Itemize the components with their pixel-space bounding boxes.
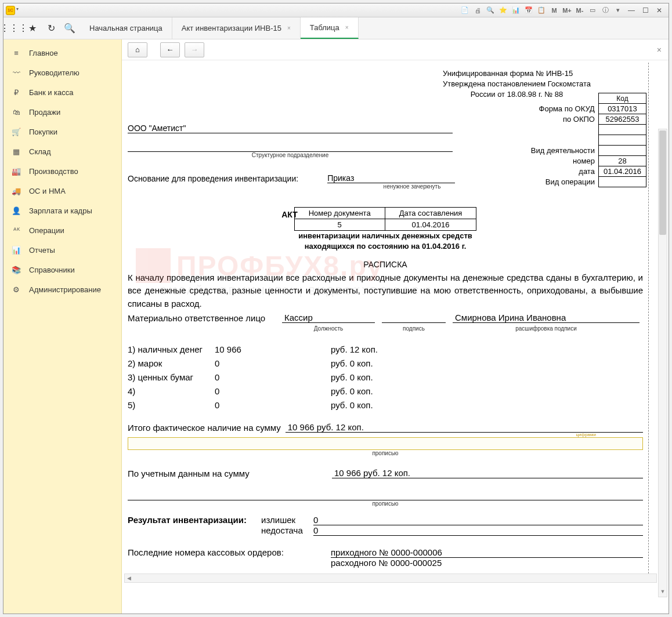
sidebar-item-os-nma[interactable]: 🚚ОС и НМА [3,181,121,201]
forward-button[interactable]: → [185,42,204,57]
maximize-button[interactable]: ☐ [638,5,652,16]
cart-icon: 🛒 [12,128,21,136]
sidebar-item-label: Покупки [29,128,57,136]
sidebar-item-manager[interactable]: 〰Руководителю [3,63,121,82]
org-name: ООО "Аметист" [128,124,453,133]
sidebar-item-label: ОС и НМА [29,187,66,195]
sidebar-item-label: Банк и касса [29,88,74,97]
receipt-title: РАСПИСКА [128,260,643,269]
acct-label: По учетным данным на сумму [128,469,327,478]
tabs: Начальная страница Акт инвентаризации ИН… [80,17,359,39]
sidebar-item-directories[interactable]: 📚Справочники [3,260,121,280]
sidebar-item-bank[interactable]: ₽Банк и касса [3,82,121,102]
items-list: 1) наличных денег10 966руб. 12 коп. 2) м… [128,342,643,412]
words-label2: прописью [128,500,643,507]
history-icon[interactable]: ↻ [45,23,57,34]
favorite-icon[interactable]: ⭐ [498,5,508,16]
info-icon[interactable]: ⓘ [600,5,610,16]
sidebar-item-label: Администрирование [29,285,101,294]
home-button[interactable]: ⌂ [128,42,147,57]
books-icon: 📚 [12,266,21,274]
tab-home[interactable]: Начальная страница [80,17,172,39]
act-subtitle2: находящихся по состоянию на 01.04.2016 г… [128,241,643,252]
star-icon[interactable]: ★ [27,23,38,34]
order-in: приходного № 0000-000006 [331,547,643,558]
sidebar-item-label: Производство [29,167,78,176]
sidebar-item-sales[interactable]: 🛍Продажи [3,102,121,122]
sidebar-item-label: Руководителю [29,68,80,77]
chart-icon[interactable]: 📊 [511,5,521,16]
info-dropdown[interactable]: ▾ [613,5,623,16]
words-label: прописью [128,450,643,456]
sidebar-item-main[interactable]: ≡Главное [3,43,121,63]
sidebar-item-label: Отчеты [29,246,55,255]
result-label: Результат инвентаризации: [128,515,261,525]
sidebar-item-label: Склад [29,147,51,156]
sidebar-item-production[interactable]: 🏭Производство [3,161,121,181]
sidebar-item-operations[interactable]: ᴬᴷОперации [3,220,121,240]
horizontal-scrollbar[interactable]: ◀ [124,574,657,583]
tab-act-inv15[interactable]: Акт инвентаризации ИНВ-15× [172,17,301,39]
sidebar-item-admin[interactable]: ⚙Администрирование [3,280,121,299]
shortage-value: 0 [313,525,643,536]
app-menu-dropdown[interactable]: ▾ [16,6,24,14]
order-out: расходного № 0000-000025 [331,558,643,568]
total-label: Итого фактическое наличие на сумму [128,423,281,433]
tab-label: Начальная страница [89,24,162,32]
tab-table[interactable]: Таблица× [301,17,359,39]
chart-icon: 〰 [12,68,21,77]
document-inv15: ПРОФБУХ8.ру ОНЛАЙН-СЕМИНАРЫ | ВИДЕОКУРСЫ… [124,63,646,574]
sidebar-item-reports[interactable]: 📊Отчеты [3,240,121,260]
title-bar: 1C ▾ 📄 🖨 🔍 ⭐ 📊 📅 📋 M M+ M- ▭ ⓘ ▾ — ☐ ✕ [3,3,669,17]
orders-label: Последние номера кассовых ордеров: [128,547,331,558]
memory-m-icon[interactable]: M [549,5,559,16]
sidebar-item-label: Продажи [29,108,60,117]
search-icon[interactable]: 🔍 [64,23,75,34]
calendar-icon[interactable]: 📅 [523,5,534,16]
code-block: Код Форма по ОКУД0317013 по ОКПО52962553… [526,93,646,187]
total-words-cell[interactable]: цифрами [128,437,643,450]
total-value: 10 966 руб. 12 коп. [286,422,643,433]
print-icon[interactable]: 🖨 [472,5,483,16]
clipboard-icon[interactable]: 📋 [536,5,547,16]
back-button[interactable]: ← [160,42,180,57]
basis-hint: ненужное зачеркнуть [348,183,476,190]
scrollbar-thumb[interactable] [659,130,666,235]
preview-icon[interactable]: 🔍 [485,5,496,16]
operations-icon: ᴬᴷ [12,226,21,235]
basis-label: Основание для проведения инвентаризации: [128,174,298,183]
shortage-label: недостача [261,525,313,536]
sidebar-item-purchases[interactable]: 🛒Покупки [3,122,121,141]
close-window-button[interactable]: ✕ [652,5,666,16]
nav-toolbar: ⌂ ← → × [122,39,669,60]
mol-signature [382,313,446,323]
minimize-button[interactable]: — [624,5,638,16]
bag-icon: 🛍 [12,108,21,117]
act-subtitle: инвентаризации наличных денежных средств [128,231,643,241]
gear-icon: ⚙ [12,285,21,294]
acct-value: 10 966 руб. 12 коп. [332,468,643,478]
sidebar-item-label: Зарплата и кадры [29,206,92,215]
document-viewport[interactable]: ПРОФБУХ8.ру ОНЛАЙН-СЕМИНАРЫ | ВИДЕОКУРСЫ… [122,60,669,614]
close-tab-button[interactable]: × [657,45,662,55]
panels-icon[interactable]: ▭ [587,5,598,16]
person-icon: 👤 [12,206,21,215]
memory-mplus-icon[interactable]: M+ [562,5,572,16]
mol-position: Кассир [282,313,375,323]
mol-name: Смирнова Ирина Ивановна [453,313,640,323]
content-area: ⌂ ← → × ПРОФБУХ8.ру ОНЛАЙН-СЕМИНАРЫ | ВИ… [122,39,669,614]
apps-icon[interactable]: ⋮⋮⋮ [8,23,20,34]
surplus-label: излишек [261,515,313,525]
close-icon[interactable]: × [287,25,291,31]
doc-icon[interactable]: 📄 [460,5,470,16]
struct-label: Структурное подразделение [128,152,453,158]
close-icon[interactable]: × [345,24,349,31]
memory-mminus-icon[interactable]: M- [575,5,585,16]
factory-icon: 🏭 [12,167,21,176]
receipt-text: К началу проведения инвентаризации все р… [128,271,643,311]
bars-icon: 📊 [12,246,21,255]
sidebar-item-label: Операции [29,226,64,235]
sidebar-item-warehouse[interactable]: ▦Склад [3,141,121,161]
vertical-scrollbar[interactable]: ▲ ▼ [658,129,667,597]
sidebar-item-hr[interactable]: 👤Зарплата и кадры [3,201,121,220]
